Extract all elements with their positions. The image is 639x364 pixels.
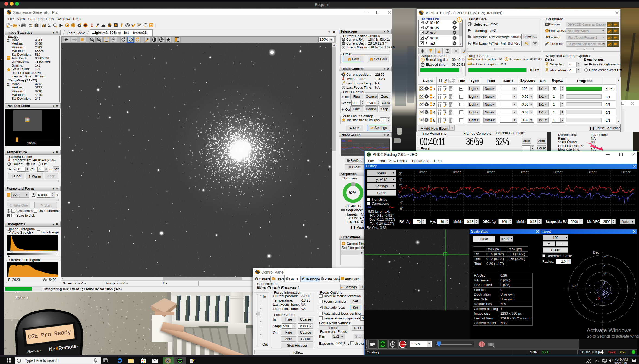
svg-text:Dither: Dither: [486, 170, 495, 174]
svg-text:Dither: Dither: [621, 170, 630, 174]
svg-text:?: ?: [192, 358, 195, 363]
svg-text:Σ: Σ: [48, 23, 51, 28]
svg-text:Dither: Dither: [452, 170, 461, 174]
svg-text:Dec: Dec: [593, 251, 599, 254]
svg-text:Dither: Dither: [553, 170, 562, 174]
svg-text:Dither: Dither: [587, 170, 596, 174]
svg-text:6": 6": [399, 172, 402, 175]
svg-text:Dec: Dec: [348, 140, 352, 142]
svg-text:4": 4": [399, 178, 402, 181]
svg-text:2": 2": [603, 273, 606, 276]
svg-text:Σ: Σ: [7, 83, 9, 86]
svg-text:Σ: Σ: [7, 39, 9, 42]
svg-text:RA: RA: [342, 140, 345, 142]
svg-text:RA: RA: [572, 284, 577, 288]
svg-text:4": 4": [603, 256, 606, 259]
svg-text:3": 3": [603, 264, 606, 267]
svg-text:-6": -6": [399, 207, 403, 211]
svg-text:STOP: STOP: [400, 343, 407, 346]
svg-text:Dither: Dither: [520, 170, 528, 174]
svg-text:-4": -4": [399, 201, 403, 205]
svg-text:Dither: Dither: [418, 170, 427, 174]
